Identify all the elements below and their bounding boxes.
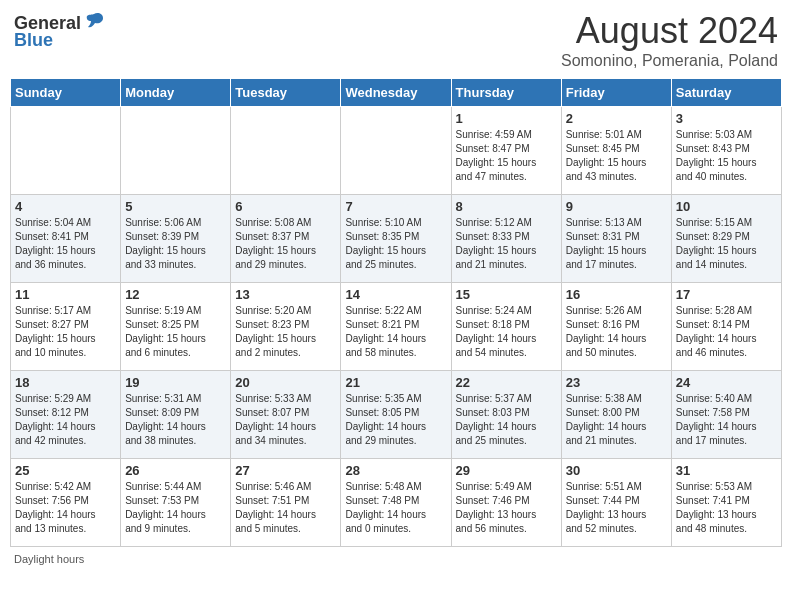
day-info: Sunrise: 5:53 AM Sunset: 7:41 PM Dayligh… — [676, 480, 777, 536]
day-info: Sunrise: 5:13 AM Sunset: 8:31 PM Dayligh… — [566, 216, 667, 272]
day-number: 20 — [235, 375, 336, 390]
calendar-cell: 10Sunrise: 5:15 AM Sunset: 8:29 PM Dayli… — [671, 195, 781, 283]
calendar-row: 4Sunrise: 5:04 AM Sunset: 8:41 PM Daylig… — [11, 195, 782, 283]
day-number: 6 — [235, 199, 336, 214]
calendar-cell: 5Sunrise: 5:06 AM Sunset: 8:39 PM Daylig… — [121, 195, 231, 283]
title-area: August 2024 Somonino, Pomerania, Poland — [561, 10, 778, 70]
day-number: 4 — [15, 199, 116, 214]
day-number: 13 — [235, 287, 336, 302]
calendar-cell — [231, 107, 341, 195]
day-number: 7 — [345, 199, 446, 214]
header-day: Friday — [561, 79, 671, 107]
day-info: Sunrise: 5:40 AM Sunset: 7:58 PM Dayligh… — [676, 392, 777, 448]
day-info: Sunrise: 5:04 AM Sunset: 8:41 PM Dayligh… — [15, 216, 116, 272]
calendar-cell: 22Sunrise: 5:37 AM Sunset: 8:03 PM Dayli… — [451, 371, 561, 459]
day-number: 12 — [125, 287, 226, 302]
day-number: 2 — [566, 111, 667, 126]
day-info: Sunrise: 5:49 AM Sunset: 7:46 PM Dayligh… — [456, 480, 557, 536]
calendar-cell — [341, 107, 451, 195]
calendar-cell: 25Sunrise: 5:42 AM Sunset: 7:56 PM Dayli… — [11, 459, 121, 547]
header-day: Monday — [121, 79, 231, 107]
footer-note: Daylight hours — [10, 553, 782, 565]
calendar-cell: 27Sunrise: 5:46 AM Sunset: 7:51 PM Dayli… — [231, 459, 341, 547]
calendar-cell: 7Sunrise: 5:10 AM Sunset: 8:35 PM Daylig… — [341, 195, 451, 283]
calendar-cell: 8Sunrise: 5:12 AM Sunset: 8:33 PM Daylig… — [451, 195, 561, 283]
location-title: Somonino, Pomerania, Poland — [561, 52, 778, 70]
day-number: 9 — [566, 199, 667, 214]
calendar-row: 1Sunrise: 4:59 AM Sunset: 8:47 PM Daylig… — [11, 107, 782, 195]
calendar-cell: 9Sunrise: 5:13 AM Sunset: 8:31 PM Daylig… — [561, 195, 671, 283]
calendar-table: SundayMondayTuesdayWednesdayThursdayFrid… — [10, 78, 782, 547]
calendar-cell: 15Sunrise: 5:24 AM Sunset: 8:18 PM Dayli… — [451, 283, 561, 371]
calendar-cell: 31Sunrise: 5:53 AM Sunset: 7:41 PM Dayli… — [671, 459, 781, 547]
calendar-cell: 6Sunrise: 5:08 AM Sunset: 8:37 PM Daylig… — [231, 195, 341, 283]
day-info: Sunrise: 5:08 AM Sunset: 8:37 PM Dayligh… — [235, 216, 336, 272]
day-info: Sunrise: 5:44 AM Sunset: 7:53 PM Dayligh… — [125, 480, 226, 536]
calendar-cell: 29Sunrise: 5:49 AM Sunset: 7:46 PM Dayli… — [451, 459, 561, 547]
calendar-cell: 24Sunrise: 5:40 AM Sunset: 7:58 PM Dayli… — [671, 371, 781, 459]
logo: General Blue — [14, 10, 105, 51]
day-number: 24 — [676, 375, 777, 390]
calendar-cell: 18Sunrise: 5:29 AM Sunset: 8:12 PM Dayli… — [11, 371, 121, 459]
day-info: Sunrise: 5:37 AM Sunset: 8:03 PM Dayligh… — [456, 392, 557, 448]
day-number: 23 — [566, 375, 667, 390]
day-number: 22 — [456, 375, 557, 390]
day-number: 15 — [456, 287, 557, 302]
day-number: 19 — [125, 375, 226, 390]
day-number: 25 — [15, 463, 116, 478]
day-info: Sunrise: 5:06 AM Sunset: 8:39 PM Dayligh… — [125, 216, 226, 272]
day-number: 30 — [566, 463, 667, 478]
header-row: SundayMondayTuesdayWednesdayThursdayFrid… — [11, 79, 782, 107]
calendar-cell: 16Sunrise: 5:26 AM Sunset: 8:16 PM Dayli… — [561, 283, 671, 371]
day-number: 18 — [15, 375, 116, 390]
day-info: Sunrise: 5:15 AM Sunset: 8:29 PM Dayligh… — [676, 216, 777, 272]
calendar-cell: 20Sunrise: 5:33 AM Sunset: 8:07 PM Dayli… — [231, 371, 341, 459]
header-day: Saturday — [671, 79, 781, 107]
day-info: Sunrise: 4:59 AM Sunset: 8:47 PM Dayligh… — [456, 128, 557, 184]
day-number: 10 — [676, 199, 777, 214]
day-info: Sunrise: 5:28 AM Sunset: 8:14 PM Dayligh… — [676, 304, 777, 360]
day-info: Sunrise: 5:35 AM Sunset: 8:05 PM Dayligh… — [345, 392, 446, 448]
day-info: Sunrise: 5:42 AM Sunset: 7:56 PM Dayligh… — [15, 480, 116, 536]
day-info: Sunrise: 5:01 AM Sunset: 8:45 PM Dayligh… — [566, 128, 667, 184]
day-info: Sunrise: 5:20 AM Sunset: 8:23 PM Dayligh… — [235, 304, 336, 360]
logo-blue-text: Blue — [14, 30, 53, 51]
calendar-row: 25Sunrise: 5:42 AM Sunset: 7:56 PM Dayli… — [11, 459, 782, 547]
day-number: 17 — [676, 287, 777, 302]
day-info: Sunrise: 5:48 AM Sunset: 7:48 PM Dayligh… — [345, 480, 446, 536]
calendar-cell — [11, 107, 121, 195]
month-title: August 2024 — [561, 10, 778, 52]
day-number: 27 — [235, 463, 336, 478]
day-info: Sunrise: 5:17 AM Sunset: 8:27 PM Dayligh… — [15, 304, 116, 360]
calendar-row: 11Sunrise: 5:17 AM Sunset: 8:27 PM Dayli… — [11, 283, 782, 371]
day-info: Sunrise: 5:10 AM Sunset: 8:35 PM Dayligh… — [345, 216, 446, 272]
header-day: Wednesday — [341, 79, 451, 107]
calendar-cell: 30Sunrise: 5:51 AM Sunset: 7:44 PM Dayli… — [561, 459, 671, 547]
day-number: 3 — [676, 111, 777, 126]
calendar-cell — [121, 107, 231, 195]
day-number: 14 — [345, 287, 446, 302]
calendar-cell: 1Sunrise: 4:59 AM Sunset: 8:47 PM Daylig… — [451, 107, 561, 195]
calendar-cell: 21Sunrise: 5:35 AM Sunset: 8:05 PM Dayli… — [341, 371, 451, 459]
calendar-row: 18Sunrise: 5:29 AM Sunset: 8:12 PM Dayli… — [11, 371, 782, 459]
day-number: 21 — [345, 375, 446, 390]
day-info: Sunrise: 5:24 AM Sunset: 8:18 PM Dayligh… — [456, 304, 557, 360]
calendar-cell: 2Sunrise: 5:01 AM Sunset: 8:45 PM Daylig… — [561, 107, 671, 195]
day-number: 5 — [125, 199, 226, 214]
day-info: Sunrise: 5:03 AM Sunset: 8:43 PM Dayligh… — [676, 128, 777, 184]
header-day: Thursday — [451, 79, 561, 107]
day-info: Sunrise: 5:19 AM Sunset: 8:25 PM Dayligh… — [125, 304, 226, 360]
bird-icon — [83, 10, 105, 32]
calendar-cell: 17Sunrise: 5:28 AM Sunset: 8:14 PM Dayli… — [671, 283, 781, 371]
day-number: 29 — [456, 463, 557, 478]
day-info: Sunrise: 5:26 AM Sunset: 8:16 PM Dayligh… — [566, 304, 667, 360]
calendar-cell: 13Sunrise: 5:20 AM Sunset: 8:23 PM Dayli… — [231, 283, 341, 371]
calendar-cell: 28Sunrise: 5:48 AM Sunset: 7:48 PM Dayli… — [341, 459, 451, 547]
day-number: 1 — [456, 111, 557, 126]
day-info: Sunrise: 5:29 AM Sunset: 8:12 PM Dayligh… — [15, 392, 116, 448]
day-number: 28 — [345, 463, 446, 478]
day-info: Sunrise: 5:38 AM Sunset: 8:00 PM Dayligh… — [566, 392, 667, 448]
header-day: Tuesday — [231, 79, 341, 107]
day-info: Sunrise: 5:46 AM Sunset: 7:51 PM Dayligh… — [235, 480, 336, 536]
day-info: Sunrise: 5:12 AM Sunset: 8:33 PM Dayligh… — [456, 216, 557, 272]
